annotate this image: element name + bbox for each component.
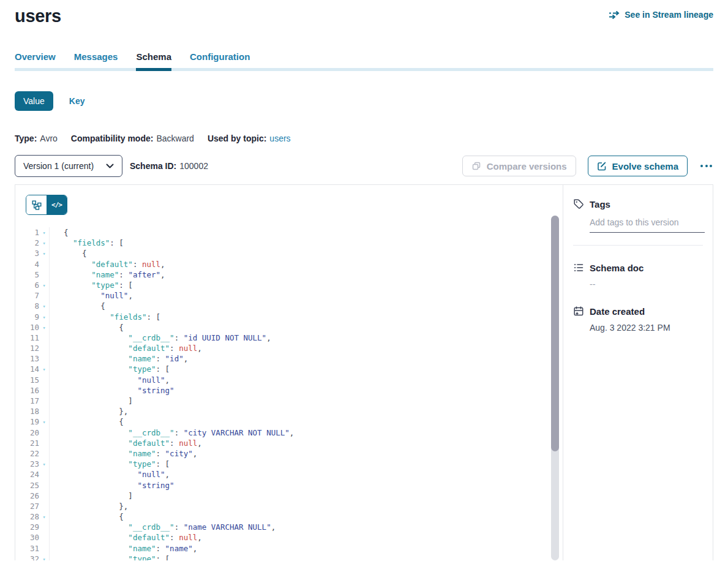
code-scroller[interactable]: 1▾{2▾ "fields": [3▾ {4 "default": null,5… (15, 227, 563, 560)
fold-spacer (39, 427, 50, 438)
date-created-section: Date created Aug. 3 2022 3:21 PM (573, 306, 703, 333)
code-line: 26 ] (15, 491, 563, 501)
code-line: 28▾ { (15, 511, 563, 522)
code-text: ] (50, 396, 133, 406)
line-number: 5 (15, 269, 39, 280)
code-text: "fields": [ (50, 238, 124, 248)
fold-arrow-icon[interactable]: ▾ (39, 364, 50, 374)
code-text: "type": [ (50, 280, 133, 290)
code-line: 3▾ { (15, 248, 563, 258)
schema-sidebar: Tags Schema doc -- (563, 185, 713, 560)
code-text: { (50, 227, 69, 238)
code-line: 14▾ "type": [ (15, 364, 563, 374)
key-toggle-link[interactable]: Key (69, 96, 85, 106)
fold-spacer (39, 269, 50, 280)
editor-scrollbar-thumb[interactable] (551, 216, 559, 451)
fold-spacer (39, 438, 50, 448)
evolve-schema-label: Evolve schema (612, 161, 678, 171)
line-number: 13 (15, 353, 39, 364)
fold-arrow-icon[interactable]: ▾ (39, 554, 50, 560)
fold-arrow-icon[interactable]: ▾ (39, 511, 50, 522)
line-number: 32 (15, 554, 39, 560)
schema-doc-section: Schema doc -- (573, 262, 703, 289)
code-text: "name": "name", (50, 543, 197, 554)
code-text: "type": [ (50, 459, 170, 469)
code-line: 23▾ "type": [ (15, 459, 563, 469)
tags-section: Tags (573, 198, 703, 246)
fold-arrow-icon[interactable]: ▾ (39, 280, 50, 290)
stream-lineage-label: See in Stream lineage (625, 10, 713, 20)
line-number: 26 (15, 491, 39, 501)
code-view-button[interactable]: </> (47, 195, 67, 214)
compatibility-mode-label: Compatibility mode: (71, 134, 154, 143)
fold-arrow-icon[interactable]: ▾ (39, 312, 50, 322)
fold-spacer (39, 406, 50, 416)
fold-spacer (39, 522, 50, 532)
code-line: 29 "__crdb__": "name VARCHAR NULL", (15, 522, 563, 532)
fold-arrow-icon[interactable]: ▾ (39, 227, 50, 238)
date-created-title: Date created (590, 306, 645, 317)
editor-view-toggle: </> (26, 195, 67, 215)
code-text: "name": "city", (50, 448, 197, 459)
tab-overview[interactable]: Overview (15, 51, 56, 68)
code-text: "default": null, (50, 532, 202, 543)
line-number: 11 (15, 333, 39, 343)
schema-type-value: Avro (40, 134, 58, 143)
line-number: 8 (15, 301, 39, 311)
code-line: 21 "default": null, (15, 438, 563, 448)
fold-arrow-icon[interactable]: ▾ (39, 238, 50, 248)
line-number: 1 (15, 227, 39, 238)
schema-doc-header: Schema doc (573, 262, 703, 273)
schema-actions: Compare versions Evolve schema (462, 156, 713, 176)
more-options-button[interactable] (699, 162, 713, 170)
topic-link[interactable]: users (269, 134, 290, 143)
fold-spacer (39, 501, 50, 511)
code-line: 20 "__crdb__": "city VARCHAR NOT NULL", (15, 427, 563, 438)
schema-page: users See in Stream lineage OverviewMess… (0, 0, 728, 561)
line-number: 9 (15, 312, 39, 322)
code-line: 25 "string" (15, 480, 563, 491)
code-line: 10▾ { (15, 322, 563, 333)
line-number: 15 (15, 375, 39, 385)
fold-spacer (39, 491, 50, 501)
code-line: 12 "default": null, (15, 343, 563, 353)
fold-arrow-icon[interactable]: ▾ (39, 322, 50, 333)
compare-versions-button[interactable]: Compare versions (462, 156, 576, 176)
tab-configuration[interactable]: Configuration (190, 51, 250, 68)
fold-arrow-icon[interactable]: ▾ (39, 459, 50, 469)
stream-lineage-link[interactable]: See in Stream lineage (609, 10, 713, 20)
tree-view-button[interactable] (26, 195, 47, 214)
line-number: 7 (15, 290, 39, 301)
schema-doc-title: Schema doc (590, 263, 644, 273)
evolve-schema-button[interactable]: Evolve schema (588, 156, 688, 176)
schema-id-label: Schema ID: (130, 161, 176, 171)
code-text: "__crdb__": "city VARCHAR NOT NULL", (50, 427, 294, 438)
value-key-toggle: Value Key (15, 91, 713, 111)
fold-spacer (39, 343, 50, 353)
editor-scrollbar[interactable] (551, 216, 559, 560)
code-text: "default": null, (50, 438, 202, 448)
code-text: { (50, 301, 105, 311)
schema-content: </> 1▾{2▾ "fields": [3▾ {4 "default": nu… (15, 184, 713, 560)
code-text: "__crdb__": "name VARCHAR NULL", (50, 522, 276, 532)
code-line: 9▾ "fields": [ (15, 312, 563, 322)
tab-schema[interactable]: Schema (136, 51, 171, 68)
fold-arrow-icon[interactable]: ▾ (39, 248, 50, 258)
tab-messages[interactable]: Messages (74, 51, 118, 68)
sidebar-divider (573, 245, 703, 246)
code-text: "null", (50, 469, 170, 480)
fold-arrow-icon[interactable]: ▾ (39, 301, 50, 311)
code-line: 32▾ "type": [ (15, 554, 563, 560)
fold-arrow-icon[interactable]: ▾ (39, 416, 50, 427)
version-select[interactable]: Version 1 (current) (15, 155, 122, 177)
tab-bar: OverviewMessagesSchemaConfiguration (15, 51, 713, 71)
value-toggle-button[interactable]: Value (15, 91, 53, 111)
code-line: 17 ] (15, 396, 563, 406)
line-number: 20 (15, 427, 39, 438)
tags-input[interactable] (590, 217, 705, 233)
code-line: 16 "string" (15, 385, 563, 396)
fold-spacer (39, 353, 50, 364)
fold-spacer (39, 385, 50, 396)
fold-spacer (39, 333, 50, 343)
code-text: ] (50, 491, 133, 501)
